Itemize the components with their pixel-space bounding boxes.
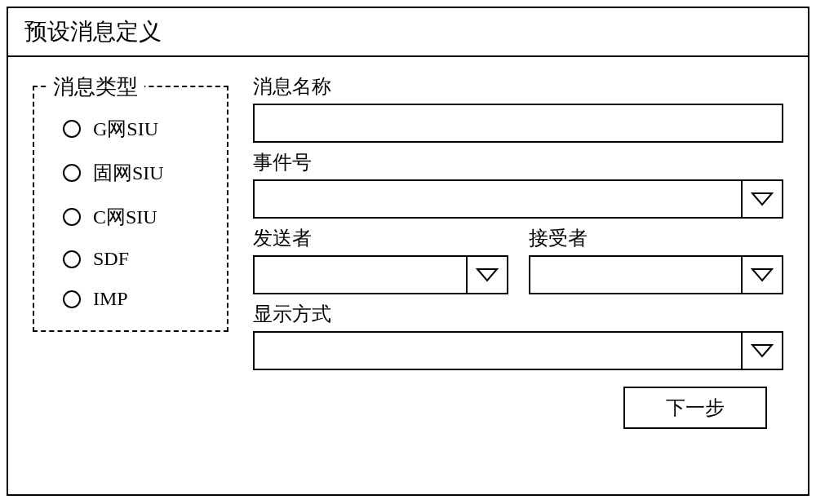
sender-dropdown[interactable] — [253, 255, 508, 294]
message-type-radio-group: G网SIU 固网SIU C网SIU SDF — [47, 104, 215, 310]
button-row: 下一步 — [253, 387, 783, 429]
radio-g-siu[interactable]: G网SIU — [63, 116, 215, 142]
receiver-dropdown[interactable] — [529, 255, 784, 294]
receiver-value — [530, 257, 742, 293]
radio-icon — [63, 290, 81, 308]
event-number-dropdown[interactable] — [253, 179, 783, 219]
left-panel: 消息类型 G网SIU 固网SIU C网SIU — [33, 73, 228, 485]
window-title: 预设消息定义 — [24, 19, 162, 44]
message-name-label: 消息名称 — [253, 73, 783, 99]
svg-marker-2 — [752, 269, 772, 281]
radio-icon — [63, 208, 81, 226]
receiver-group: 接受者 — [529, 225, 784, 294]
radio-label: G网SIU — [93, 116, 158, 142]
message-type-legend: 消息类型 — [47, 73, 144, 101]
svg-marker-0 — [752, 193, 772, 205]
radio-label: SDF — [93, 248, 129, 270]
display-mode-dropdown[interactable] — [253, 331, 783, 370]
sender-group: 发送者 — [253, 225, 508, 294]
event-number-value — [255, 181, 741, 217]
svg-marker-3 — [752, 345, 772, 356]
content-area: 消息类型 G网SIU 固网SIU C网SIU — [8, 57, 808, 497]
radio-c-siu[interactable]: C网SIU — [63, 204, 215, 230]
radio-label: IMP — [93, 288, 128, 310]
radio-fixed-siu[interactable]: 固网SIU — [63, 160, 215, 186]
event-number-group: 事件号 — [253, 149, 783, 219]
right-panel: 消息名称 事件号 发送者 — [253, 73, 783, 485]
event-number-label: 事件号 — [253, 149, 783, 175]
chevron-down-icon — [741, 257, 782, 293]
chevron-down-icon — [741, 333, 782, 369]
svg-marker-1 — [477, 269, 497, 281]
message-name-group: 消息名称 — [253, 73, 783, 143]
receiver-label: 接受者 — [529, 225, 784, 251]
message-name-input[interactable] — [253, 104, 783, 143]
sender-label: 发送者 — [253, 225, 508, 251]
chevron-down-icon — [466, 257, 507, 293]
radio-label: C网SIU — [93, 204, 157, 230]
radio-icon — [63, 120, 81, 138]
message-type-fieldset: 消息类型 G网SIU 固网SIU C网SIU — [33, 86, 228, 332]
radio-label: 固网SIU — [93, 160, 164, 186]
next-button-label: 下一步 — [666, 397, 725, 418]
radio-icon — [63, 164, 81, 182]
dialog-window: 预设消息定义 消息类型 G网SIU 固网SIU C网SIU — [7, 7, 809, 496]
next-button[interactable]: 下一步 — [623, 387, 767, 429]
chevron-down-icon — [741, 181, 782, 217]
display-mode-label: 显示方式 — [253, 301, 783, 327]
sender-value — [255, 257, 466, 293]
radio-sdf[interactable]: SDF — [63, 248, 215, 270]
radio-icon — [63, 250, 81, 268]
sender-receiver-row: 发送者 接受者 — [253, 225, 783, 294]
display-mode-value — [255, 333, 741, 369]
display-mode-group: 显示方式 — [253, 301, 783, 370]
radio-imp[interactable]: IMP — [63, 288, 215, 310]
title-bar: 预设消息定义 — [8, 8, 808, 57]
